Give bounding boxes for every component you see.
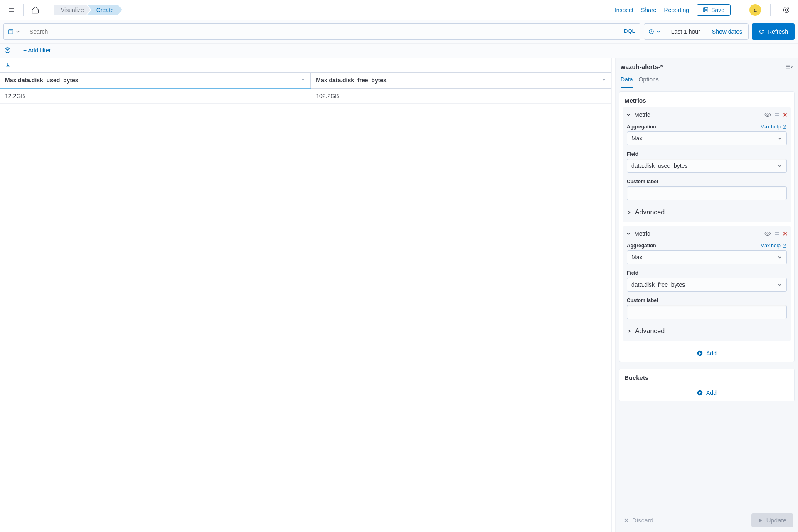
saved-queries-button[interactable] [3,23,25,40]
aggregation-label: Aggregation [627,122,656,131]
plus-circle-icon [697,390,703,396]
advanced-toggle[interactable]: Advanced [623,323,791,340]
field-label: Field [627,268,787,278]
refresh-label: Refresh [768,28,788,35]
toggle-visibility-button[interactable] [764,231,771,236]
advanced-toggle[interactable]: Advanced [623,204,791,221]
buckets-title: Buckets [619,369,794,384]
divider [770,4,771,16]
plus-circle-icon [697,350,703,356]
visualization-panel: Max data.disk_used_bytes Max data.disk_f… [0,58,612,532]
close-icon [624,518,629,523]
column-header-used[interactable]: Max data.disk_used_bytes [0,73,311,89]
save-button[interactable]: Save [697,4,731,16]
svg-rect-0 [704,7,708,12]
add-filter-button[interactable]: + Add filter [23,47,51,54]
eye-icon [764,112,771,117]
add-label: Add [706,389,717,396]
save-icon [703,7,709,13]
tab-options[interactable]: Options [639,73,659,88]
metric-block: Metric Aggregation Max help [623,226,791,341]
field-select[interactable]: data.disk_used_bytes [627,159,787,173]
max-help-link[interactable]: Max help [760,243,787,249]
custom-label-input[interactable] [627,186,787,200]
refresh-button[interactable]: Refresh [752,23,795,40]
metric-header[interactable]: Metric [623,107,791,122]
show-dates-link[interactable]: Show dates [706,28,748,35]
column-header-label: Max data.disk_used_bytes [5,77,79,84]
chevron-down-icon [777,282,782,287]
search-box: DQL [25,23,640,40]
divider [47,4,47,16]
metrics-panel: Metrics Metric Aggregatio [619,91,795,362]
index-pattern-switch-button[interactable] [786,64,793,70]
time-range-label[interactable]: Last 1 hour [665,28,706,35]
time-picker: Last 1 hour Show dates [644,23,749,40]
search-input[interactable] [25,24,619,39]
field-value: data.disk_free_bytes [631,281,685,288]
reporting-link[interactable]: Reporting [664,7,689,13]
editor-side-panel: wazuh-alerts-* Data Options Metrics Metr… [615,58,798,532]
chevron-down-icon [601,77,606,82]
svg-point-2 [785,9,788,11]
max-help-link[interactable]: Max help [760,124,787,130]
metrics-title: Metrics [619,92,794,107]
play-icon [758,518,763,523]
aggregation-select[interactable]: Max [627,131,787,145]
grip-icon [613,292,614,298]
index-pattern-title[interactable]: wazuh-alerts-* [621,63,786,70]
time-quick-select[interactable] [644,24,665,39]
tab-data[interactable]: Data [621,73,633,88]
news-button[interactable] [780,3,793,17]
drag-handle[interactable] [774,232,779,236]
aggregation-select[interactable]: Max [627,250,787,264]
drag-handle[interactable] [774,113,779,117]
metric-header[interactable]: Metric [623,226,791,241]
top-nav: Visualize Create Inspect Share Reporting… [0,0,798,20]
external-link-icon [782,244,787,248]
home-button[interactable] [29,3,42,17]
advanced-label: Advanced [635,209,665,216]
chevron-down-icon [777,163,782,168]
add-metric-button[interactable]: Add [619,345,794,362]
filter-menu-button[interactable]: — [4,47,19,54]
download-button[interactable] [2,61,14,70]
metric-block: Metric Aggregation Max help [623,107,791,222]
discard-button[interactable]: Discard [621,514,657,526]
divider [23,4,24,16]
remove-metric-button[interactable] [783,112,788,117]
lifebuoy-icon [783,6,790,14]
column-header-free[interactable]: Max data.disk_free_bytes [311,73,611,89]
metric-title: Metric [634,230,761,237]
refresh-icon [759,29,764,34]
svg-point-6 [767,114,768,116]
svg-rect-3 [9,30,13,34]
avatar[interactable]: a [749,4,761,16]
breadcrumb-create[interactable]: Create [87,5,122,15]
chevron-down-icon [15,29,20,34]
disk-icon [8,29,14,34]
breadcrumb: Visualize Create [54,5,122,15]
inspect-link[interactable]: Inspect [615,7,633,13]
aggregation-value: Max [631,135,642,142]
menu-toggle-button[interactable] [5,3,18,17]
breadcrumb-visualize[interactable]: Visualize [54,5,91,15]
drag-icon [774,113,779,117]
panel-resizer[interactable] [612,58,615,532]
eye-icon [764,231,771,236]
dql-toggle[interactable]: DQL [619,24,640,39]
share-link[interactable]: Share [641,7,656,13]
svg-point-7 [767,233,768,234]
custom-label-input[interactable] [627,305,787,319]
field-value: data.disk_used_bytes [631,163,687,169]
metric-title: Metric [634,111,761,118]
add-bucket-button[interactable]: Add [619,384,794,401]
update-button[interactable]: Update [751,513,793,527]
remove-metric-button[interactable] [783,231,788,236]
toggle-visibility-button[interactable] [764,112,771,117]
field-select[interactable]: data.disk_free_bytes [627,278,787,292]
editor-footer: Discard Update [616,508,798,532]
aggregation-value: Max [631,254,642,261]
custom-label-label: Custom label [627,296,787,305]
download-icon [5,62,11,68]
